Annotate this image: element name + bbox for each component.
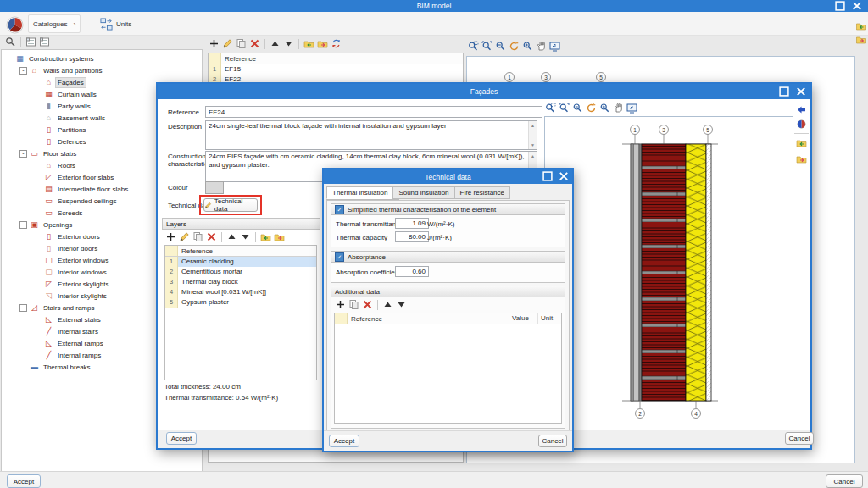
- import-icon[interactable]: [796, 137, 807, 148]
- tree-item-icon: ◸: [44, 280, 53, 288]
- layer-row[interactable]: 3 Thermal clay block: [165, 277, 316, 287]
- thermal-transmittance-input[interactable]: 1.09: [395, 218, 429, 229]
- tree-expander-icon[interactable]: [19, 221, 27, 229]
- layers-table: Reference 1 Ceramic cladding 2 Cementiti…: [164, 245, 317, 380]
- add-icon[interactable]: [335, 299, 346, 310]
- catalogues-menu-button[interactable]: Catalogues: [28, 14, 81, 33]
- tab-sound-insulation[interactable]: Sound insulation: [392, 186, 454, 199]
- back-arrow-icon[interactable]: [796, 104, 807, 115]
- reference-row[interactable]: 1 EF15: [209, 64, 463, 75]
- redraw-icon[interactable]: [509, 41, 520, 52]
- close-icon[interactable]: [851, 2, 863, 10]
- zoom-extents-icon[interactable]: [559, 103, 570, 114]
- move-up-icon[interactable]: [270, 38, 281, 49]
- import-icon[interactable]: [855, 20, 867, 31]
- tree-expander-icon[interactable]: [19, 150, 27, 158]
- update-icon[interactable]: [331, 38, 342, 49]
- technical-dialog-titlebar[interactable]: Technical data: [324, 169, 572, 184]
- zoom-out-icon[interactable]: [572, 103, 583, 114]
- accept-button[interactable]: Accept: [7, 474, 41, 488]
- move-down-icon[interactable]: [240, 231, 251, 242]
- collapse-tree-icon[interactable]: [25, 36, 36, 47]
- export-icon[interactable]: [274, 231, 285, 242]
- layers-toolbar: [165, 231, 285, 242]
- export-icon[interactable]: [796, 153, 807, 164]
- tree-item-construction-systems[interactable]: ▦ Construction systems: [2, 53, 202, 64]
- edit-icon[interactable]: [222, 38, 233, 49]
- maximize-icon[interactable]: [542, 172, 554, 180]
- layer-row[interactable]: 4 Mineral wool [0.031 W/[mK]]: [165, 287, 316, 297]
- pan-icon[interactable]: [613, 103, 624, 114]
- main-titlebar[interactable]: BIM model: [0, 0, 868, 12]
- layer-row[interactable]: 1 Ceramic cladding: [165, 257, 316, 267]
- facades-dialog-titlebar[interactable]: Façades: [158, 84, 810, 99]
- absorption-coefficient-input[interactable]: 0.60: [395, 266, 429, 277]
- zoom-extents-icon[interactable]: [481, 41, 492, 52]
- delete-icon[interactable]: [206, 231, 217, 242]
- pan-icon[interactable]: [536, 41, 547, 52]
- layer-row[interactable]: 5 Gypsum plaster: [165, 297, 316, 308]
- layer-row[interactable]: 2 Cementitious mortar: [165, 267, 316, 277]
- tree-expander-icon[interactable]: [19, 67, 27, 75]
- checkbox-checked-icon[interactable]: [335, 252, 344, 262]
- export-icon[interactable]: [317, 38, 328, 49]
- tab-fire-resistance[interactable]: Fire resistance: [454, 186, 510, 199]
- accept-button[interactable]: Accept: [329, 435, 359, 447]
- fullscreen-icon[interactable]: [549, 41, 560, 52]
- zoom-out-icon[interactable]: [495, 41, 506, 52]
- accept-button[interactable]: Accept: [166, 432, 197, 445]
- fullscreen-icon[interactable]: [626, 103, 637, 114]
- reference-input[interactable]: EF24: [205, 106, 542, 118]
- tree-expander-icon[interactable]: [19, 304, 27, 312]
- edit-icon[interactable]: [179, 231, 190, 242]
- colour-swatch[interactable]: [205, 181, 224, 194]
- cancel-button[interactable]: Cancel: [538, 435, 567, 447]
- delete-icon[interactable]: [362, 299, 373, 310]
- add-icon[interactable]: [209, 38, 220, 49]
- thermal-capacity-input[interactable]: 80.00: [395, 231, 429, 242]
- scrollbar[interactable]: [528, 121, 537, 149]
- tab-thermal-insulation[interactable]: Thermal insulation: [326, 186, 393, 199]
- add-icon[interactable]: [165, 231, 176, 242]
- redraw-icon[interactable]: [586, 103, 597, 114]
- move-up-icon[interactable]: [226, 231, 237, 242]
- search-icon[interactable]: [5, 36, 16, 47]
- zoom-window-icon[interactable]: [468, 41, 479, 52]
- description-input[interactable]: 24cm single-leaf thermal block façade wi…: [205, 120, 537, 150]
- export-icon[interactable]: [855, 34, 867, 45]
- cancel-button[interactable]: Cancel: [785, 432, 814, 445]
- svg-text:1: 1: [508, 75, 511, 80]
- update-element-icon[interactable]: [796, 119, 807, 130]
- reference-list-toolbar: [209, 38, 342, 49]
- import-icon[interactable]: [303, 38, 314, 49]
- copy-icon[interactable]: [236, 38, 247, 49]
- move-up-icon[interactable]: [382, 299, 393, 310]
- delete-icon[interactable]: [249, 38, 260, 49]
- maximize-icon[interactable]: [834, 2, 846, 10]
- move-down-icon[interactable]: [396, 299, 407, 310]
- tree-item-icon: ⌂: [44, 161, 53, 169]
- close-icon[interactable]: [795, 87, 807, 96]
- svg-text:1: 1: [633, 127, 637, 133]
- row-number: 2: [165, 267, 178, 277]
- checkbox-checked-icon[interactable]: [335, 205, 344, 214]
- facade-drawing-canvas[interactable]: 1 3 5 2 4: [544, 116, 793, 434]
- move-down-icon[interactable]: [283, 38, 294, 49]
- separator: [264, 39, 265, 49]
- copy-icon[interactable]: [348, 299, 359, 310]
- additional-data-toolbar: [335, 299, 407, 310]
- separator: [377, 300, 378, 310]
- copy-icon[interactable]: [192, 231, 203, 242]
- units-button[interactable]: Units: [95, 14, 136, 33]
- cancel-button[interactable]: Cancel: [826, 474, 863, 488]
- expand-tree-icon[interactable]: [39, 36, 50, 47]
- import-icon[interactable]: [260, 231, 271, 242]
- zoom-in-icon[interactable]: [522, 41, 533, 52]
- close-icon[interactable]: [558, 172, 570, 180]
- tree-item-label: Exterior skylights: [56, 280, 110, 289]
- maximize-icon[interactable]: [778, 87, 790, 96]
- tree-item-walls-and-partitions[interactable]: ⌂ Walls and partitions: [2, 64, 202, 76]
- zoom-window-icon[interactable]: [545, 103, 556, 114]
- zoom-in-icon[interactable]: [599, 103, 610, 114]
- app-logo-icon[interactable]: [6, 16, 24, 34]
